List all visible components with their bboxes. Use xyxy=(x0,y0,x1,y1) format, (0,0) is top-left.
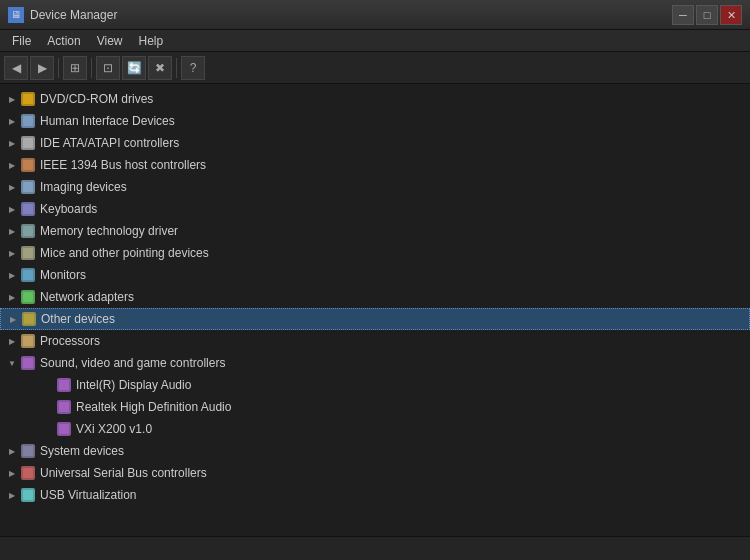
svg-rect-33 xyxy=(23,446,33,456)
tree-label-keyboards: Keyboards xyxy=(40,202,97,216)
tree-label-mice: Mice and other pointing devices xyxy=(40,246,209,260)
main-area: DVD/CD-ROM drivesHuman Interface Devices… xyxy=(0,84,750,536)
maximize-button[interactable]: □ xyxy=(696,5,718,25)
device-icon-ieee xyxy=(20,157,36,173)
expand-icon-mice[interactable] xyxy=(4,245,20,261)
tree-item-usb[interactable]: Universal Serial Bus controllers xyxy=(0,462,750,484)
menu-file[interactable]: File xyxy=(4,32,39,50)
device-icon-sound-realtek xyxy=(56,399,72,415)
tree-item-memory[interactable]: Memory technology driver xyxy=(0,220,750,242)
svg-rect-7 xyxy=(23,160,33,170)
tree-label-system: System devices xyxy=(40,444,124,458)
tree-label-usbvirt: USB Virtualization xyxy=(40,488,137,502)
expand-icon-usbvirt[interactable] xyxy=(4,487,20,503)
svg-rect-17 xyxy=(23,270,33,280)
svg-rect-35 xyxy=(23,468,33,478)
expand-icon-processors[interactable] xyxy=(4,333,20,349)
device-tree[interactable]: DVD/CD-ROM drivesHuman Interface Devices… xyxy=(0,84,750,536)
forward-button[interactable]: ▶ xyxy=(30,56,54,80)
tree-item-usbvirt[interactable]: USB Virtualization xyxy=(0,484,750,506)
tree-label-memory: Memory technology driver xyxy=(40,224,178,238)
device-icon-system xyxy=(20,443,36,459)
tree-item-monitors[interactable]: Monitors xyxy=(0,264,750,286)
tree-item-sound-vxi[interactable]: VXi X200 v1.0 xyxy=(0,418,750,440)
tree-item-network[interactable]: Network adapters xyxy=(0,286,750,308)
device-icon-other xyxy=(21,311,37,327)
show-all-button[interactable]: ⊞ xyxy=(63,56,87,80)
properties-button[interactable]: ⊡ xyxy=(96,56,120,80)
device-icon-ide xyxy=(20,135,36,151)
device-icon-memory xyxy=(20,223,36,239)
expand-icon-sound-vxi xyxy=(40,421,56,437)
tree-label-dvd: DVD/CD-ROM drives xyxy=(40,92,153,106)
device-icon-imaging xyxy=(20,179,36,195)
device-icon-mice xyxy=(20,245,36,261)
expand-icon-keyboards[interactable] xyxy=(4,201,20,217)
tree-item-mice[interactable]: Mice and other pointing devices xyxy=(0,242,750,264)
device-icon-sound-vxi xyxy=(56,421,72,437)
tree-item-keyboards[interactable]: Keyboards xyxy=(0,198,750,220)
tree-item-ide[interactable]: IDE ATA/ATAPI controllers xyxy=(0,132,750,154)
uninstall-button[interactable]: ✖ xyxy=(148,56,172,80)
expand-icon-sound-realtek xyxy=(40,399,56,415)
expand-icon-other[interactable] xyxy=(5,311,21,327)
expand-icon-hid[interactable] xyxy=(4,113,20,129)
expand-icon-imaging[interactable] xyxy=(4,179,20,195)
device-icon-dvd xyxy=(20,91,36,107)
tree-label-usb: Universal Serial Bus controllers xyxy=(40,466,207,480)
tree-label-sound-intel: Intel(R) Display Audio xyxy=(76,378,191,392)
tree-item-imaging[interactable]: Imaging devices xyxy=(0,176,750,198)
svg-rect-23 xyxy=(23,336,33,346)
device-icon-usb xyxy=(20,465,36,481)
expand-icon-sound[interactable] xyxy=(4,355,20,371)
tree-item-sound[interactable]: Sound, video and game controllers xyxy=(0,352,750,374)
tree-item-ieee[interactable]: IEEE 1394 Bus host controllers xyxy=(0,154,750,176)
toolbar-separator-3 xyxy=(176,58,177,78)
tree-label-sound-realtek: Realtek High Definition Audio xyxy=(76,400,231,414)
back-button[interactable]: ◀ xyxy=(4,56,28,80)
expand-icon-memory[interactable] xyxy=(4,223,20,239)
update-driver-button[interactable]: 🔄 xyxy=(122,56,146,80)
tree-item-system[interactable]: System devices xyxy=(0,440,750,462)
tree-item-sound-realtek[interactable]: Realtek High Definition Audio xyxy=(0,396,750,418)
tree-item-other[interactable]: Other devices xyxy=(0,308,750,330)
tree-label-other: Other devices xyxy=(41,312,115,326)
tree-item-dvd[interactable]: DVD/CD-ROM drives xyxy=(0,88,750,110)
device-icon-processors xyxy=(20,333,36,349)
svg-rect-37 xyxy=(23,490,33,500)
device-icon-keyboards xyxy=(20,201,36,217)
svg-rect-9 xyxy=(23,182,33,192)
close-button[interactable]: ✕ xyxy=(720,5,742,25)
expand-icon-monitors[interactable] xyxy=(4,267,20,283)
expand-icon-ide[interactable] xyxy=(4,135,20,151)
tree-item-processors[interactable]: Processors xyxy=(0,330,750,352)
toolbar-separator-1 xyxy=(58,58,59,78)
expand-icon-ieee[interactable] xyxy=(4,157,20,173)
expand-icon-network[interactable] xyxy=(4,289,20,305)
svg-rect-27 xyxy=(59,380,69,390)
svg-rect-31 xyxy=(59,424,69,434)
expand-icon-usb[interactable] xyxy=(4,465,20,481)
device-icon-sound xyxy=(20,355,36,371)
svg-rect-19 xyxy=(23,292,33,302)
window-title: Device Manager xyxy=(30,8,672,22)
tree-label-ide: IDE ATA/ATAPI controllers xyxy=(40,136,179,150)
minimize-button[interactable]: ─ xyxy=(672,5,694,25)
tree-item-hid[interactable]: Human Interface Devices xyxy=(0,110,750,132)
help-button[interactable]: ? xyxy=(181,56,205,80)
expand-icon-dvd[interactable] xyxy=(4,91,20,107)
menu-help[interactable]: Help xyxy=(131,32,172,50)
svg-rect-25 xyxy=(23,358,33,368)
device-icon-hid xyxy=(20,113,36,129)
device-icon-usbvirt xyxy=(20,487,36,503)
menu-view[interactable]: View xyxy=(89,32,131,50)
svg-rect-29 xyxy=(59,402,69,412)
expand-icon-sound-intel xyxy=(40,377,56,393)
device-icon-monitors xyxy=(20,267,36,283)
expand-icon-system[interactable] xyxy=(4,443,20,459)
tree-label-sound: Sound, video and game controllers xyxy=(40,356,225,370)
menu-action[interactable]: Action xyxy=(39,32,88,50)
svg-rect-11 xyxy=(23,204,33,214)
titlebar: 🖥 Device Manager ─ □ ✕ xyxy=(0,0,750,30)
tree-item-sound-intel[interactable]: Intel(R) Display Audio xyxy=(0,374,750,396)
